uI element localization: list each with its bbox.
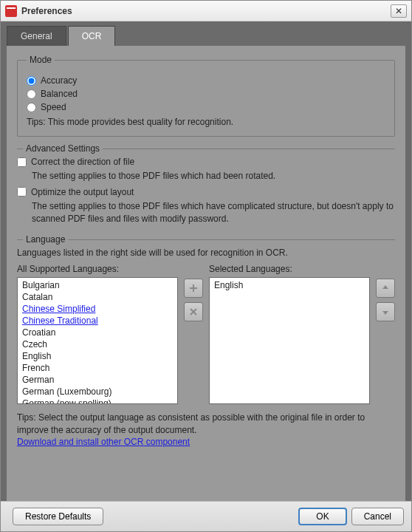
mode-accuracy-label: Accuracy — [41, 75, 77, 86]
language-tip: Tips: Select the output language as cons… — [17, 412, 395, 437]
mode-accuracy-row: Accuracy — [27, 75, 385, 86]
supported-col: All Supported Languages: BulgarianCatala… — [17, 264, 178, 404]
tabs-area: General OCR Mode Accuracy Balanced Speed… — [1, 21, 411, 501]
supported-label: All Supported Languages: — [17, 264, 178, 274]
tab-general[interactable]: General — [7, 26, 66, 46]
arrow-down-icon — [381, 307, 390, 316]
move-up-button[interactable] — [376, 279, 395, 298]
plus-icon — [189, 284, 198, 293]
list-item[interactable]: Chinese Traditional — [19, 315, 176, 327]
language-intro: Languages listed in the right side will … — [17, 248, 395, 258]
mode-balanced-label: Balanced — [41, 89, 78, 99]
preferences-window: Preferences ✕ General OCR Mode Accuracy … — [0, 0, 412, 532]
correct-direction-desc: The setting applies to those PDF files w… — [32, 170, 395, 183]
titlebar: Preferences ✕ — [1, 1, 411, 21]
list-item[interactable]: Croatian — [19, 327, 176, 338]
mode-balanced-radio[interactable] — [27, 89, 36, 99]
ok-button[interactable]: OK — [298, 508, 346, 525]
optimize-layout-checkbox[interactable] — [17, 187, 27, 197]
footer: Restore Defaults OK Cancel — [1, 501, 411, 531]
app-icon — [5, 5, 17, 17]
language-legend: Language — [23, 234, 68, 245]
advanced-legend: Advanced Settings — [23, 143, 103, 154]
add-remove-col — [184, 264, 203, 321]
language-group: Languages listed in the right side will … — [17, 248, 395, 451]
optimize-layout-row: Optimize the output layout — [17, 187, 395, 197]
correct-direction-row: Correct the direction of file — [17, 157, 395, 167]
language-columns: All Supported Languages: BulgarianCatala… — [17, 264, 395, 404]
selected-col: Selected Languages: English — [209, 264, 370, 404]
mode-speed-row: Speed — [27, 102, 385, 112]
advanced-divider: Advanced Settings — [17, 149, 395, 149]
mode-group: Mode Accuracy Balanced Speed Tips: This … — [17, 55, 395, 137]
move-col — [376, 264, 395, 321]
optimize-layout-desc: The setting applies to those PDF files w… — [32, 200, 395, 225]
move-down-button[interactable] — [376, 302, 395, 321]
language-divider: Language — [17, 239, 395, 240]
optimize-layout-label: Optimize the output layout — [31, 187, 134, 197]
remove-button[interactable] — [184, 302, 203, 321]
correct-direction-checkbox[interactable] — [17, 157, 27, 167]
list-item[interactable]: German — [19, 374, 176, 386]
list-item[interactable]: German (new spelling) — [19, 398, 176, 404]
tab-ocr[interactable]: OCR — [68, 26, 116, 46]
list-item[interactable]: Czech — [19, 338, 176, 350]
list-item[interactable]: English — [211, 279, 368, 291]
mode-balanced-row: Balanced — [27, 89, 385, 99]
correct-direction-label: Correct the direction of file — [31, 157, 134, 167]
list-item[interactable]: English — [19, 350, 176, 362]
cancel-button[interactable]: Cancel — [351, 508, 404, 525]
list-item[interactable]: French — [19, 362, 176, 374]
list-item[interactable]: German (Luxembourg) — [19, 386, 176, 398]
tabs: General OCR — [7, 26, 405, 46]
mode-accuracy-radio[interactable] — [27, 76, 36, 86]
mode-tip: Tips: This mode provides best quality fo… — [27, 117, 385, 127]
mode-speed-label: Speed — [41, 102, 66, 112]
list-item[interactable]: Chinese Simplified — [19, 303, 176, 315]
advanced-group: Correct the direction of file The settin… — [17, 157, 395, 233]
list-item[interactable]: Bulgarian — [19, 279, 176, 291]
arrow-up-icon — [381, 284, 390, 293]
x-icon — [189, 307, 198, 316]
download-ocr-link[interactable]: Download and install other OCR component — [17, 437, 395, 447]
close-button[interactable]: ✕ — [391, 4, 407, 18]
supported-listbox[interactable]: BulgarianCatalanChinese SimplifiedChines… — [17, 277, 178, 404]
restore-defaults-button[interactable]: Restore Defaults — [13, 508, 103, 525]
tab-content: Mode Accuracy Balanced Speed Tips: This … — [7, 46, 405, 501]
window-title: Preferences — [21, 6, 391, 16]
selected-label: Selected Languages: — [209, 264, 370, 274]
add-button[interactable] — [184, 279, 203, 298]
mode-legend: Mode — [27, 55, 55, 65]
list-item[interactable]: Catalan — [19, 291, 176, 303]
mode-speed-radio[interactable] — [27, 103, 36, 112]
selected-listbox[interactable]: English — [209, 277, 370, 404]
